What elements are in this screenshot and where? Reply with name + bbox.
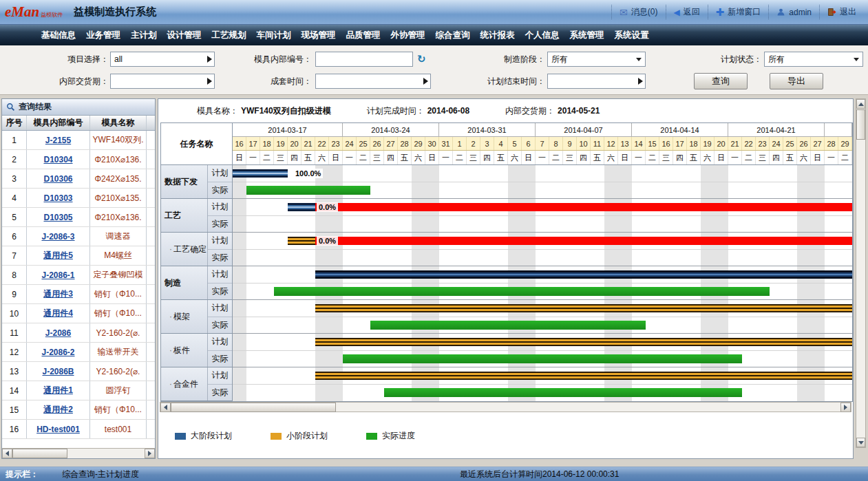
gantt-task-cell[interactable]: 数据下发计划实际: [161, 165, 232, 199]
plan-bar[interactable]: [315, 338, 852, 346]
table-row[interactable]: 11J-2086Y2-160-2(⌀.: [2, 323, 155, 343]
gantt-task-cell[interactable]: 工艺计划实际: [161, 199, 232, 233]
actual-bar[interactable]: [384, 388, 742, 397]
scroll-left-button[interactable]: [2, 449, 12, 458]
day-header-cell: 16: [233, 137, 246, 150]
table-row[interactable]: 1J-2155YWF140双列.: [2, 131, 155, 150]
table-row[interactable]: 8J-2086-1定子叠铆凹模: [2, 266, 155, 285]
results-h-scrollbar[interactable]: [2, 448, 155, 458]
table-row[interactable]: 7通用件5M4螺丝: [2, 246, 155, 266]
mold-code-link[interactable]: 通用件4: [27, 304, 90, 323]
user-menu[interactable]: admin: [768, 5, 819, 20]
actual-bar[interactable]: [246, 186, 370, 195]
scroll-left-button[interactable]: [160, 403, 171, 412]
mold-code-link[interactable]: D10303: [27, 189, 90, 207]
mold-code-link[interactable]: 通用件5: [27, 246, 90, 265]
mold-code-link[interactable]: J-2086: [27, 323, 90, 342]
actual-bar[interactable]: [274, 287, 770, 296]
table-row[interactable]: 15通用件2销钉（Φ10...: [2, 400, 155, 420]
gantt-task-cell[interactable]: 模架计划实际: [161, 300, 232, 334]
actual-bar[interactable]: [343, 354, 742, 363]
dropdown-arrow-icon[interactable]: [636, 58, 642, 61]
day-header-cell: 9: [563, 137, 577, 150]
menu-item[interactable]: 综合查询: [432, 27, 474, 44]
back-button[interactable]: ◀ 返回: [666, 5, 708, 20]
table-row[interactable]: 9通用件3销钉（Φ10...: [2, 285, 155, 304]
scroll-right-button[interactable]: [840, 403, 851, 412]
set-time-field[interactable]: [315, 74, 431, 89]
table-row[interactable]: 14通用件1圆浮钉: [2, 381, 155, 400]
table-row[interactable]: 13J-2086BY2-160-2(⌀.: [2, 362, 155, 381]
table-row[interactable]: 16HD-test001test001: [2, 420, 155, 439]
menu-item[interactable]: 设计管理: [163, 27, 206, 44]
mold-code-link[interactable]: J-2086-3: [27, 227, 90, 246]
gantt-h-scrollbar[interactable]: [160, 402, 851, 412]
menu-item[interactable]: 个人信息: [521, 27, 564, 44]
menu-item[interactable]: 外协管理: [387, 27, 430, 44]
mold-code-link[interactable]: D10305: [27, 208, 90, 226]
mold-code-link[interactable]: 通用件1: [27, 381, 90, 400]
table-row[interactable]: 6J-2086-3调速器: [2, 227, 155, 246]
plan-bar[interactable]: [315, 270, 852, 279]
plan-bar[interactable]: [315, 304, 852, 312]
mold-code-link[interactable]: J-2086-2: [27, 343, 90, 361]
messages-button[interactable]: ✉ 消息(0): [611, 5, 665, 20]
plan-bar[interactable]: [315, 372, 852, 380]
plan-end-field[interactable]: [547, 74, 646, 89]
plan-bar[interactable]: [233, 169, 288, 178]
menu-item[interactable]: 统计报表: [476, 27, 519, 44]
scroll-up-button[interactable]: [856, 99, 865, 109]
menu-item[interactable]: 系统管理: [566, 27, 608, 44]
refresh-icon[interactable]: ↻: [417, 54, 426, 64]
gantt-task-cell[interactable]: 制造计划实际: [161, 266, 232, 300]
mold-code-link[interactable]: D10304: [27, 150, 90, 169]
actual-bar[interactable]: [370, 321, 646, 330]
menu-item[interactable]: 品质管理: [342, 27, 385, 44]
mold-code-link[interactable]: 通用件2: [27, 400, 90, 419]
scroll-down-button[interactable]: [856, 438, 865, 447]
gantt-task-cell[interactable]: 板件计划实际: [161, 334, 232, 367]
menu-item[interactable]: 主计划: [127, 27, 161, 44]
new-window-button[interactable]: ✚ 新增窗口: [708, 5, 769, 20]
mold-code-link[interactable]: 通用件3: [27, 285, 90, 303]
date-picker-icon[interactable]: [423, 78, 428, 85]
plan-bar[interactable]: [288, 203, 315, 211]
date-picker-icon[interactable]: [638, 78, 643, 85]
mold-code-link[interactable]: J-2155: [27, 131, 90, 149]
table-row[interactable]: 2D10304Φ210X⌀136.: [2, 150, 155, 169]
export-button[interactable]: 导出: [770, 73, 823, 89]
dropdown-arrow-icon[interactable]: [854, 58, 859, 61]
plan-bar[interactable]: [288, 237, 315, 245]
table-row[interactable]: 4D10303Φ210X⌀135.: [2, 189, 155, 208]
table-row[interactable]: 12J-2086-2输送带开关: [2, 343, 155, 362]
scroll-right-button[interactable]: [145, 449, 155, 458]
delivery-date-field[interactable]: [110, 74, 215, 89]
table-row[interactable]: 3D10306Φ242X⌀135.: [2, 169, 155, 189]
mold-code-link[interactable]: J-2086B: [27, 362, 90, 381]
stage-select[interactable]: 所有: [547, 52, 646, 67]
scroll-thumb[interactable]: [171, 403, 336, 412]
mold-number-input[interactable]: [315, 52, 413, 67]
menu-item[interactable]: 基础信息: [37, 27, 80, 44]
menu-item[interactable]: 业务管理: [82, 27, 125, 44]
menu-item[interactable]: 现场管理: [297, 27, 340, 44]
mold-code-link[interactable]: J-2086-1: [27, 266, 90, 284]
table-row[interactable]: 10通用件4销钉（Φ10...: [2, 304, 155, 323]
mold-code-link[interactable]: D10306: [27, 169, 90, 188]
scroll-thumb[interactable]: [856, 109, 865, 140]
plan-status-select[interactable]: 所有: [764, 52, 863, 67]
mold-code-link[interactable]: HD-test001: [27, 420, 90, 438]
plan-bar[interactable]: [315, 237, 852, 245]
scroll-thumb[interactable]: [12, 449, 67, 458]
search-button[interactable]: 查询: [694, 73, 748, 89]
menu-item[interactable]: 工艺规划: [208, 27, 251, 44]
menu-item[interactable]: 车间计划: [253, 27, 295, 44]
gantt-task-cell[interactable]: 工艺确定计划实际: [161, 233, 232, 266]
gantt-v-scrollbar[interactable]: [856, 98, 866, 448]
table-row[interactable]: 5D10305Φ210X⌀136.: [2, 208, 155, 227]
menu-item[interactable]: 系统设置: [611, 27, 653, 44]
gantt-task-cell[interactable]: 合金件计划实际: [161, 367, 232, 401]
logout-button[interactable]: 退出: [819, 5, 864, 20]
plan-bar[interactable]: [315, 203, 852, 211]
project-select[interactable]: all: [110, 52, 215, 67]
